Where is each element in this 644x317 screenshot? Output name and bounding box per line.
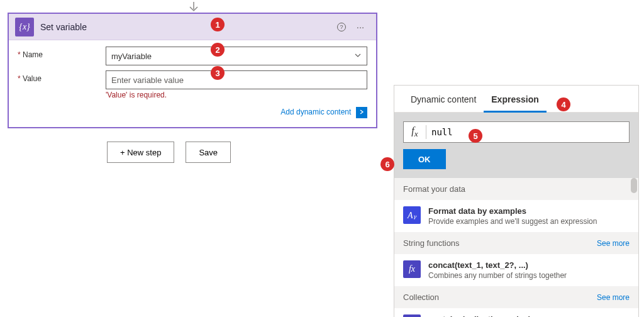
dynamic-content-icon[interactable] bbox=[356, 107, 367, 118]
value-error: 'Value' is required. bbox=[106, 91, 367, 99]
flow-connector-arrow bbox=[189, 2, 199, 13]
function-item[interactable]: AᵧFormat data by examplesProvide example… bbox=[394, 200, 638, 232]
name-label: * Name bbox=[18, 47, 106, 59]
function-name: contains(collection, value) bbox=[428, 314, 630, 317]
function-description: Combines any number of strings together bbox=[428, 271, 630, 280]
see-more-link[interactable]: See more bbox=[597, 239, 630, 248]
new-step-button[interactable]: + New step bbox=[107, 142, 174, 163]
section-title: Format your data bbox=[403, 184, 630, 194]
fx-icon: fx bbox=[404, 125, 426, 139]
function-name: concat(text_1, text_2?, ...) bbox=[428, 260, 630, 270]
callout-5: 5 bbox=[469, 129, 482, 143]
expression-input-row: fx bbox=[403, 121, 630, 143]
help-icon[interactable]: ? bbox=[332, 18, 351, 36]
callout-6: 6 bbox=[380, 157, 394, 171]
value-input[interactable] bbox=[111, 71, 362, 89]
tab-dynamic-content[interactable]: Dynamic content bbox=[403, 86, 484, 112]
function-item[interactable]: fxcontains(collection, value) bbox=[394, 308, 638, 317]
callout-4: 4 bbox=[557, 97, 570, 111]
card-header[interactable]: {x} Set variable ? ··· bbox=[9, 14, 376, 40]
panel-tabs: Dynamic content Expression bbox=[394, 86, 638, 113]
set-variable-card: {x} Set variable ? ··· * Name myVariable… bbox=[8, 13, 377, 128]
save-button[interactable]: Save bbox=[186, 142, 231, 163]
svg-text:?: ? bbox=[340, 24, 343, 30]
see-more-link[interactable]: See more bbox=[597, 293, 630, 302]
variable-icon: {x} bbox=[15, 18, 34, 36]
function-icon: Aᵧ bbox=[403, 206, 421, 224]
functions-scroll-area: Format your dataAᵧFormat data by example… bbox=[394, 178, 638, 317]
callout-2: 2 bbox=[211, 43, 225, 57]
svg-rect-2 bbox=[358, 109, 365, 115]
more-icon[interactable]: ··· bbox=[351, 18, 370, 36]
name-dropdown[interactable]: myVariable bbox=[106, 47, 367, 65]
section-header: CollectionSee more bbox=[394, 286, 638, 308]
function-icon: fx bbox=[403, 260, 421, 278]
add-dynamic-content-link[interactable]: Add dynamic content bbox=[280, 108, 351, 116]
value-input-wrapper bbox=[106, 70, 367, 89]
scrollbar-thumb[interactable] bbox=[631, 178, 637, 193]
card-title: Set variable bbox=[40, 22, 332, 32]
expression-panel: Dynamic content Expression fx OK Format … bbox=[394, 85, 639, 317]
callout-3: 3 bbox=[211, 66, 225, 80]
ok-button[interactable]: OK bbox=[403, 149, 446, 169]
section-title: Collection bbox=[403, 292, 597, 302]
function-description: Provide examples and we'll suggest an ex… bbox=[428, 217, 630, 226]
section-title: String functions bbox=[403, 238, 597, 248]
scrollbar[interactable] bbox=[631, 178, 637, 317]
name-value: myVariable bbox=[111, 52, 354, 61]
function-icon: fx bbox=[403, 314, 421, 317]
tab-expression[interactable]: Expression bbox=[484, 86, 546, 113]
section-header: String functionsSee more bbox=[394, 232, 638, 254]
expression-input[interactable] bbox=[426, 127, 629, 137]
function-name: Format data by examples bbox=[428, 206, 630, 216]
chevron-down-icon bbox=[354, 51, 362, 61]
function-item[interactable]: fxconcat(text_1, text_2?, ...)Combines a… bbox=[394, 254, 638, 286]
section-header: Format your data bbox=[394, 178, 638, 200]
value-label: * Value bbox=[18, 70, 106, 83]
callout-1: 1 bbox=[211, 18, 225, 31]
